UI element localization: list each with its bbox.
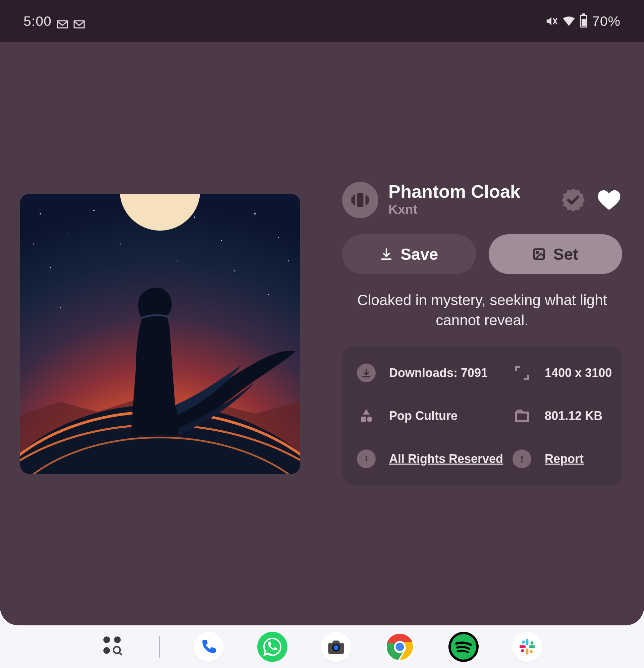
status-right: 70% xyxy=(545,13,621,29)
svg-rect-26 xyxy=(366,458,367,461)
svg-point-7 xyxy=(221,240,222,241)
wallpaper-meta-panel: Downloads: 7091 1400 x 3100 Pop Culture … xyxy=(342,346,622,486)
meta-filesize-label: 801.12 KB xyxy=(545,409,602,423)
app-drawer-button[interactable] xyxy=(102,635,125,658)
svg-point-28 xyxy=(521,460,523,462)
meta-report[interactable]: Report xyxy=(513,450,612,468)
svg-rect-41 xyxy=(519,645,525,648)
svg-point-6 xyxy=(194,216,195,218)
svg-point-10 xyxy=(50,267,51,268)
battery-percent: 70% xyxy=(592,13,621,29)
info-icon xyxy=(357,450,376,468)
downloads-icon xyxy=(357,364,376,382)
svg-point-2 xyxy=(40,213,41,214)
svg-point-13 xyxy=(268,294,269,295)
meta-filesize: 801.12 KB xyxy=(513,407,612,425)
svg-point-42 xyxy=(522,640,524,643)
android-dock xyxy=(0,625,644,668)
svg-point-18 xyxy=(288,260,289,261)
filesize-icon xyxy=(513,407,531,425)
meta-category[interactable]: Pop Culture xyxy=(357,407,503,425)
wallpaper-author[interactable]: Kxnt xyxy=(389,201,550,218)
wallpaper-header-row: Phantom Cloak Kxnt xyxy=(342,182,622,218)
gmail-notification-icon xyxy=(73,16,85,26)
set-button-label: Set xyxy=(553,245,578,263)
svg-point-17 xyxy=(33,244,34,245)
dimensions-icon xyxy=(513,364,531,382)
chrome-app-icon[interactable] xyxy=(385,632,415,662)
svg-rect-40 xyxy=(525,648,528,655)
phone-app-icon[interactable] xyxy=(193,632,224,662)
status-left: 5:00 xyxy=(23,13,85,29)
set-button[interactable]: Set xyxy=(489,234,623,274)
svg-point-44 xyxy=(530,650,533,653)
svg-point-16 xyxy=(208,301,209,302)
report-icon xyxy=(513,450,531,468)
favorite-button[interactable] xyxy=(596,187,622,213)
svg-point-25 xyxy=(366,456,367,457)
camera-app-icon[interactable] xyxy=(321,632,351,662)
svg-rect-21 xyxy=(534,249,544,259)
status-time: 5:00 xyxy=(23,13,52,29)
whatsapp-app-icon[interactable] xyxy=(257,632,287,662)
svg-rect-20 xyxy=(357,193,364,207)
action-button-row: Save Set xyxy=(342,234,622,274)
svg-point-32 xyxy=(333,645,339,650)
svg-point-22 xyxy=(537,252,538,253)
title-block: Phantom Cloak Kxnt xyxy=(389,182,550,218)
vibrate-icon xyxy=(342,182,378,218)
verified-badge-icon xyxy=(561,187,586,213)
download-icon xyxy=(380,247,393,261)
wallpaper-detail-card: Phantom Cloak Kxnt Save Set Cloaked in m… xyxy=(0,42,644,625)
wallpaper-preview-image[interactable] xyxy=(20,194,300,474)
save-button-label: Save xyxy=(400,245,438,263)
battery-icon xyxy=(580,15,587,28)
slack-app-icon[interactable] xyxy=(512,632,543,662)
set-wallpaper-icon xyxy=(532,247,546,261)
svg-point-30 xyxy=(257,632,287,662)
svg-rect-24 xyxy=(361,416,366,422)
search-icon xyxy=(112,645,123,657)
dock-separator xyxy=(159,636,160,657)
meta-license[interactable]: All Rights Reserved xyxy=(357,450,503,468)
category-icon xyxy=(357,407,376,425)
svg-point-11 xyxy=(104,280,105,282)
svg-point-45 xyxy=(521,649,524,652)
svg-point-14 xyxy=(60,307,61,308)
svg-rect-27 xyxy=(521,456,522,459)
meta-license-label[interactable]: All Rights Reserved xyxy=(389,452,503,466)
meta-report-label[interactable]: Report xyxy=(545,452,584,466)
wallpaper-info-column: Phantom Cloak Kxnt Save Set Cloaked in m… xyxy=(342,182,622,486)
svg-rect-38 xyxy=(525,639,528,645)
svg-point-3 xyxy=(66,233,67,234)
svg-point-12 xyxy=(234,270,235,272)
spotify-app-icon[interactable] xyxy=(449,632,478,662)
android-status-bar: 5:00 70% xyxy=(0,0,644,42)
svg-rect-39 xyxy=(529,645,535,648)
svg-point-43 xyxy=(530,641,533,644)
svg-point-15 xyxy=(255,328,255,329)
save-button[interactable]: Save xyxy=(342,234,476,274)
wallpaper-title: Phantom Cloak xyxy=(389,182,550,201)
svg-point-9 xyxy=(278,237,279,238)
svg-point-5 xyxy=(121,244,122,245)
wallpaper-preview-container xyxy=(20,194,300,474)
meta-downloads-label: Downloads: 7091 xyxy=(389,366,488,380)
meta-category-label: Pop Culture xyxy=(389,409,457,423)
svg-point-23 xyxy=(367,416,372,422)
wallpaper-description: Cloaked in mystery, seeking what light c… xyxy=(342,290,622,330)
volume-muted-icon xyxy=(545,15,558,28)
svg-point-4 xyxy=(93,210,95,211)
meta-downloads: Downloads: 7091 xyxy=(357,364,503,382)
svg-point-8 xyxy=(254,213,255,214)
svg-point-19 xyxy=(177,260,178,261)
meta-dimensions-label: 1400 x 3100 xyxy=(545,366,612,380)
wifi-icon xyxy=(563,15,575,28)
gmail-notification-icon xyxy=(56,16,68,26)
meta-dimensions: 1400 x 3100 xyxy=(513,364,612,382)
